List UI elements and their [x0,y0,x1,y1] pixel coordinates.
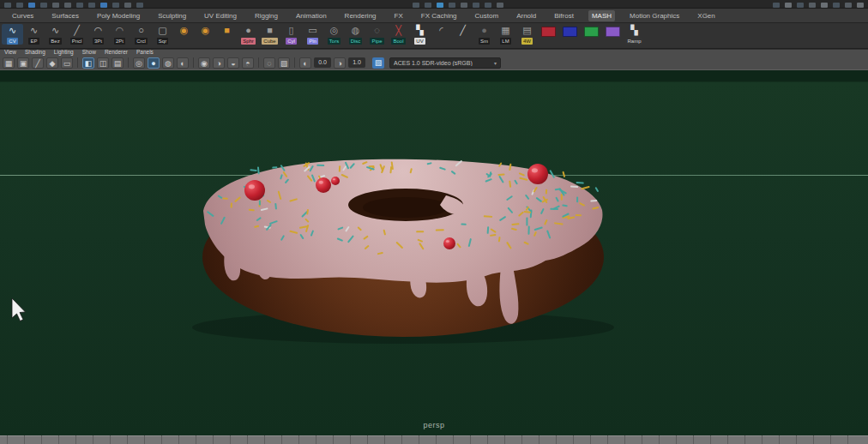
shadows-icon[interactable]: ◑ [213,57,225,69]
poly-pipe-primitive[interactable]: ◌Pipe [366,24,388,45]
shelf-tab-custom[interactable]: Custom [472,10,503,21]
shelf-tab-uv-editing[interactable]: UV Editing [201,10,240,21]
purple-material-swatch[interactable] [602,24,624,37]
three-point-arc-tool[interactable]: ◠3Pt [87,24,109,45]
quad-draw-tool[interactable]: ▤4W [516,24,538,45]
select-camera-icon[interactable]: ▦ [3,57,15,69]
render-view-icon[interactable] [773,3,780,8]
shelf-tab-rigging[interactable]: Rigging [251,10,281,21]
shaded-mode-icon[interactable]: ● [148,57,160,69]
panel-menu-view[interactable]: View [4,49,16,56]
sculpt-pencil-tool[interactable]: ╱ [452,24,473,37]
shelf-tab-xgen[interactable]: XGen [694,10,718,21]
shelf-tab-animation[interactable]: Animation [292,10,330,21]
grease-pencil-icon[interactable]: ╱ [32,57,44,69]
panel-menu-panels[interactable]: Panels [136,49,154,56]
pencil-curve-tool[interactable]: ╱Pncl [66,24,87,45]
panel-menu-show[interactable]: Show [82,49,96,56]
poly-sphere-primitive[interactable]: ●Sphr [238,24,259,45]
xray-mode-icon[interactable]: ▨ [278,57,290,69]
menu-set-selector-icon[interactable] [4,3,11,8]
time-slider[interactable] [0,435,868,444]
redo-icon[interactable] [64,3,71,8]
shelf-tab-motion-graphics[interactable]: Motion Graphics [626,10,683,21]
curve-utility-tool[interactable]: ◜ [431,24,452,37]
blue-material-swatch[interactable] [559,24,581,37]
red-material-swatch[interactable] [538,24,559,37]
select-by-object-icon[interactable] [124,3,131,8]
nurbs-torus-primitive[interactable]: ◉ [195,24,216,37]
textured-mode-icon[interactable]: ◍ [162,57,174,69]
poly-cube-primitive[interactable]: ■Cube [259,24,280,45]
output-connections-icon[interactable] [485,3,491,8]
poly-disc-primitive[interactable]: ◍Disc [345,24,366,45]
two-point-arc-tool[interactable]: ◠2Pt [109,24,130,45]
gamma-icon[interactable]: ◑ [334,57,346,69]
panel-menu-renderer[interactable]: Renderer [105,49,128,56]
render-settings-icon[interactable] [809,3,816,8]
viewport[interactable]: persp [0,70,868,435]
poly-cylinder-primitive[interactable]: ▯Cyl [280,24,302,45]
wireframe-mode-icon[interactable]: ◎ [133,57,145,69]
paint-select-icon[interactable] [100,3,107,8]
isolate-select-icon[interactable]: ◌ [263,57,275,69]
ramp-texture-button[interactable]: ▚Ramp [624,24,645,45]
shelf-tab-mash[interactable]: MASH [588,10,615,21]
panel-menu-lighting[interactable]: Lighting [54,49,74,56]
image-plane-icon[interactable]: ▭ [61,57,73,69]
snap-to-grid-icon[interactable] [413,3,419,8]
save-scene-icon[interactable] [40,3,47,8]
select-by-component-icon[interactable] [136,3,143,8]
modeling-toolkit-icon[interactable] [833,3,840,8]
ep-curve-tool[interactable]: ∿EP [23,24,45,45]
lighting-icon[interactable]: ◉ [198,57,210,69]
snap-to-plane-icon[interactable] [449,3,455,8]
shelf-tab-rendering[interactable]: Rendering [341,10,380,21]
snap-to-curve-icon[interactable] [425,3,431,8]
smooth-mesh-tool[interactable]: ●Sm [473,24,495,45]
select-by-hierarchy-icon[interactable] [112,3,119,8]
nurbs-square-tool[interactable]: ▢Sqr [152,24,173,45]
color-management-icon[interactable]: ▧ [372,57,384,69]
make-live-icon[interactable] [461,3,467,8]
shelf-tab-fx[interactable]: FX [391,10,407,21]
cv-curve-tool[interactable]: ∿CV [2,24,23,45]
hypershade-icon[interactable] [857,3,864,8]
poly-torus-primitive[interactable]: ◎Tors [323,24,345,45]
boolean-tool[interactable]: ╳Bool [388,24,409,45]
shelf-tab-poly-modeling[interactable]: Poly Modeling [93,10,143,21]
layout-two-pane-icon[interactable]: ◫ [97,57,109,69]
layout-single-pane-icon[interactable]: ◧ [82,57,94,69]
display-layer-icon[interactable] [821,3,828,8]
select-tool-icon[interactable] [76,3,83,8]
new-scene-icon[interactable] [16,3,23,8]
panel-menu-shading[interactable]: Shading [25,49,45,56]
bezier-curve-tool[interactable]: ∿Bez [45,24,66,45]
nurbs-plane-primitive[interactable]: ■ [216,24,238,37]
nurbs-circle-tool[interactable]: ○Crcl [130,24,152,45]
lasso-select-icon[interactable] [88,3,95,8]
snap-to-point-icon[interactable] [437,3,443,8]
uv-editor-icon[interactable] [845,3,852,8]
shelf-tab-bifrost[interactable]: Bifrost [551,10,577,21]
uv-editor-shelf-button[interactable]: ▚UV [409,24,431,45]
input-connections-icon[interactable] [473,3,479,8]
ipr-render-icon[interactable] [797,3,804,8]
construction-history-icon[interactable] [497,3,503,8]
lock-camera-icon[interactable]: ▣ [17,57,29,69]
default-material-icon[interactable]: ◐ [177,57,189,69]
exposure-icon[interactable]: ◐ [299,57,311,69]
shelf-tab-fx-caching[interactable]: FX Caching [418,10,461,21]
nurbs-sphere-primitive[interactable]: ◉ [173,24,195,37]
anti-aliasing-icon[interactable]: ◓ [242,57,254,69]
view-transform-dropdown[interactable]: ACES 1.0 SDR-video (sRGB)▾ [389,57,501,69]
bookmark-icon[interactable]: ◆ [46,57,58,69]
green-material-swatch[interactable] [581,24,602,37]
shelf-tab-sculpting[interactable]: Sculpting [154,10,190,21]
ambient-occlusion-icon[interactable]: ◒ [227,57,239,69]
render-frame-icon[interactable] [785,3,792,8]
lattice-tool[interactable]: ▦LM [495,24,516,45]
poly-plane-primitive[interactable]: ▭Pln [302,24,323,45]
layout-four-pane-icon[interactable]: ▤ [112,57,124,69]
shelf-tab-curves[interactable]: Curves [9,10,37,21]
